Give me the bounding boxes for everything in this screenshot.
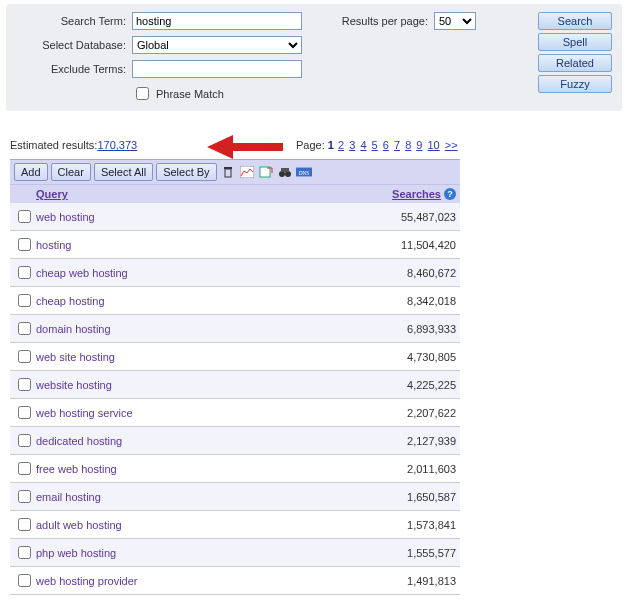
table-row: web hosting55,487,023 — [10, 203, 460, 231]
table-row: email hosting1,650,587 — [10, 483, 460, 511]
binoculars-icon[interactable] — [277, 164, 293, 180]
table-row: website hosting4,225,225 — [10, 371, 460, 399]
page-link[interactable]: 2 — [338, 139, 344, 151]
query-link[interactable]: cheap hosting — [36, 295, 336, 307]
svg-rect-2 — [240, 166, 254, 178]
svg-text:DNS: DNS — [298, 170, 309, 176]
arrow-icon — [205, 133, 285, 161]
results-toolbar: Add Clear Select All Select By DNS — [10, 159, 460, 184]
estimated-results-label: Estimated results: — [10, 139, 97, 151]
query-link[interactable]: web site hosting — [36, 351, 336, 363]
row-checkbox[interactable] — [18, 434, 31, 447]
phrase-match-label: Phrase Match — [156, 88, 224, 100]
row-checkbox[interactable] — [18, 210, 31, 223]
page-navigation: Page: 1 2 3 4 5 6 7 8 9 10 >> — [296, 139, 459, 151]
row-checkbox[interactable] — [18, 378, 31, 391]
row-checkbox[interactable] — [18, 518, 31, 531]
searches-value: 4,225,225 — [336, 379, 456, 391]
searches-value: 55,487,023 — [336, 211, 456, 223]
searches-value: 2,011,603 — [336, 463, 456, 475]
query-link[interactable]: website hosting — [36, 379, 336, 391]
page-link[interactable]: 5 — [372, 139, 378, 151]
page-link[interactable]: 9 — [416, 139, 422, 151]
row-checkbox[interactable] — [18, 406, 31, 419]
row-checkbox[interactable] — [18, 462, 31, 475]
page-link[interactable]: 8 — [405, 139, 411, 151]
results-per-page-select[interactable]: 50 — [434, 12, 476, 30]
searches-value: 6,893,933 — [336, 323, 456, 335]
row-checkbox[interactable] — [18, 238, 31, 251]
search-panel: Search Term: Results per page: 50 Select… — [6, 4, 622, 111]
table-row: adult web hosting1,573,841 — [10, 511, 460, 539]
spell-button[interactable]: Spell — [538, 33, 612, 51]
add-button[interactable]: Add — [14, 163, 48, 181]
table-row: cheap web hosting8,460,672 — [10, 259, 460, 287]
query-link[interactable]: domain hosting — [36, 323, 336, 335]
query-link[interactable]: php web hosting — [36, 547, 336, 559]
search-term-label: Search Term: — [16, 15, 126, 27]
table-row: domain hosting6,893,933 — [10, 315, 460, 343]
query-link[interactable]: web hosting service — [36, 407, 336, 419]
page-link[interactable]: 7 — [394, 139, 400, 151]
export-icon[interactable] — [258, 164, 274, 180]
row-checkbox[interactable] — [18, 574, 31, 587]
searches-value: 1,491,813 — [336, 575, 456, 587]
row-checkbox[interactable] — [18, 322, 31, 335]
chart-icon[interactable] — [239, 164, 255, 180]
table-row: web hosting service2,207,622 — [10, 399, 460, 427]
table-row: hosting11,504,420 — [10, 231, 460, 259]
page-label: Page: — [296, 139, 328, 151]
row-checkbox[interactable] — [18, 490, 31, 503]
searches-value: 2,127,939 — [336, 435, 456, 447]
search-term-input[interactable] — [132, 12, 302, 30]
help-icon[interactable]: ? — [444, 188, 456, 200]
clear-button[interactable]: Clear — [51, 163, 91, 181]
row-checkbox[interactable] — [18, 350, 31, 363]
fuzzy-button[interactable]: Fuzzy — [538, 75, 612, 93]
estimated-results-link[interactable]: 170,373 — [97, 139, 137, 151]
row-checkbox[interactable] — [18, 294, 31, 307]
select-all-button[interactable]: Select All — [94, 163, 153, 181]
results-per-page-label: Results per page: — [318, 15, 428, 27]
page-current: 1 — [328, 139, 334, 151]
row-checkbox[interactable] — [18, 266, 31, 279]
searches-value: 8,342,018 — [336, 295, 456, 307]
column-query[interactable]: Query — [36, 188, 336, 200]
select-by-button[interactable]: Select By — [156, 163, 216, 181]
search-button[interactable]: Search — [538, 12, 612, 30]
searches-value: 1,650,587 — [336, 491, 456, 503]
searches-value: 2,207,622 — [336, 407, 456, 419]
query-link[interactable]: free web hosting — [36, 463, 336, 475]
column-searches[interactable]: Searches — [392, 188, 441, 200]
dns-icon[interactable]: DNS — [296, 164, 312, 180]
page-link[interactable]: 3 — [349, 139, 355, 151]
searches-value: 1,573,841 — [336, 519, 456, 531]
query-link[interactable]: dedicated hosting — [36, 435, 336, 447]
table-row: dedicated hosting2,127,939 — [10, 427, 460, 455]
query-link[interactable]: web hosting — [36, 211, 336, 223]
page-next[interactable]: >> — [445, 139, 458, 151]
query-link[interactable]: adult web hosting — [36, 519, 336, 531]
query-link[interactable]: email hosting — [36, 491, 336, 503]
page-link[interactable]: 10 — [428, 139, 440, 151]
select-database-select[interactable]: Global — [132, 36, 302, 54]
page-link[interactable]: 4 — [360, 139, 366, 151]
phrase-match-checkbox[interactable] — [136, 87, 149, 100]
row-checkbox[interactable] — [18, 546, 31, 559]
page-link[interactable]: 6 — [383, 139, 389, 151]
exclude-terms-input[interactable] — [132, 60, 302, 78]
related-button[interactable]: Related — [538, 54, 612, 72]
searches-value: 8,460,672 — [336, 267, 456, 279]
trash-icon[interactable] — [220, 164, 236, 180]
table-header: Query Searches ? — [10, 184, 460, 203]
svg-rect-0 — [225, 169, 231, 177]
svg-rect-6 — [281, 168, 289, 172]
table-row: web hosting provider1,491,813 — [10, 567, 460, 595]
query-link[interactable]: web hosting provider — [36, 575, 336, 587]
results-summary: Estimated results: 170,373 Page: 1 2 3 4… — [10, 139, 618, 151]
query-link[interactable]: cheap web hosting — [36, 267, 336, 279]
searches-value: 4,730,805 — [336, 351, 456, 363]
exclude-terms-label: Exclude Terms: — [16, 63, 126, 75]
table-row: free web hosting2,011,603 — [10, 455, 460, 483]
query-link[interactable]: hosting — [36, 239, 336, 251]
